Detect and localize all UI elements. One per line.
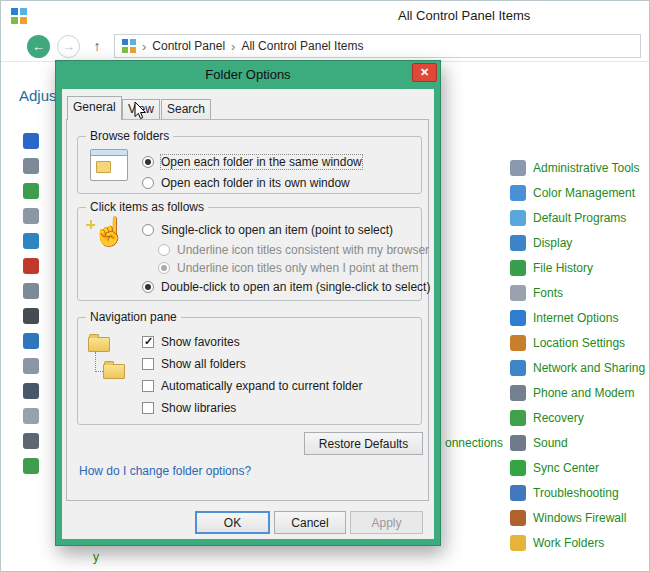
screen: All Control Panel Items ← → ↑ › Control …: [0, 0, 650, 572]
control-panel-item-label: Administrative Tools: [533, 161, 640, 175]
control-panel-item-label: Color Management: [533, 186, 635, 200]
chevron-right-icon: ›: [231, 40, 235, 53]
breadcrumb-all-items[interactable]: All Control Panel Items: [241, 39, 363, 53]
panel-icon[interactable]: [23, 208, 39, 224]
tab-general[interactable]: General: [67, 96, 122, 120]
control-panel-item-label: Recovery: [533, 411, 584, 425]
keyboard-icon[interactable]: [23, 308, 39, 324]
panel-icon[interactable]: [23, 183, 39, 199]
panel-icon[interactable]: [23, 158, 39, 174]
dialog-body: General View Search Browse folders Open …: [62, 89, 434, 539]
panel-icon[interactable]: [23, 408, 39, 424]
close-icon: ✕: [420, 66, 429, 78]
help-link[interactable]: How do I change folder options?: [79, 464, 251, 478]
panel-icon[interactable]: [23, 458, 39, 474]
radio-icon: [142, 224, 154, 236]
control-panel-item[interactable]: Administrative Tools: [510, 159, 640, 177]
control-panel-item-label: Default Programs: [533, 211, 626, 225]
control-panel-item[interactable]: Windows Firewall: [510, 509, 626, 527]
administrative-tools-icon: [510, 160, 526, 176]
close-button[interactable]: ✕: [412, 63, 437, 82]
radio-disabled-icon: [158, 244, 170, 256]
checkbox-show-favorites[interactable]: Show favorites: [142, 334, 240, 350]
control-panel-item[interactable]: Network and Sharing Center: [510, 359, 650, 377]
spark-icon: [86, 220, 95, 229]
window-title: All Control Panel Items: [398, 8, 530, 23]
checkbox-show-all-folders[interactable]: Show all folders: [142, 356, 246, 372]
control-panel-item-label: Display: [533, 236, 572, 250]
work-folders-icon: [510, 535, 526, 551]
control-panel-item-label: Location Settings: [533, 336, 625, 350]
windows-firewall-icon: [510, 510, 526, 526]
panel-icon[interactable]: [23, 283, 39, 299]
radio-open-own-window[interactable]: Open each folder in its own window: [142, 175, 350, 191]
microphone-icon[interactable]: [23, 433, 39, 449]
forward-button[interactable]: →: [57, 35, 80, 58]
partial-item-label[interactable]: onnections: [445, 436, 503, 450]
apply-button[interactable]: Apply: [350, 511, 423, 534]
radio-disabled-selected-icon: [158, 262, 170, 274]
breadcrumb-control-panel[interactable]: Control Panel: [152, 39, 225, 53]
radio-double-click[interactable]: Double-click to open an item (single-cli…: [142, 279, 430, 295]
checkbox-auto-expand[interactable]: Automatically expand to current folder: [142, 378, 362, 394]
file-history-icon: [510, 260, 526, 276]
panel-icon[interactable]: [23, 383, 39, 399]
panel-icon[interactable]: [23, 358, 39, 374]
group-title: Browse folders: [86, 129, 173, 143]
address-bar[interactable]: › Control Panel › All Control Panel Item…: [114, 34, 641, 58]
flag-icon[interactable]: [23, 133, 39, 149]
control-panel-item-label: Troubleshooting: [533, 486, 619, 500]
control-panel-item[interactable]: Internet Options: [510, 309, 618, 327]
control-panel-item-label: Network and Sharing Center: [533, 361, 650, 375]
folder-options-dialog: Folder Options ✕ General View Search Bro…: [55, 60, 441, 546]
chevron-right-icon: ›: [142, 40, 146, 53]
panel-icon[interactable]: [23, 333, 39, 349]
control-panel-item[interactable]: Phone and Modem: [510, 384, 634, 402]
back-arrow-icon: ←: [32, 39, 45, 54]
control-panel-item[interactable]: Troubleshooting: [510, 484, 619, 502]
mouse-cursor: [134, 101, 147, 124]
color-management-icon: [510, 185, 526, 201]
panel-icon[interactable]: [23, 233, 39, 249]
control-panel-item[interactable]: Sound: [510, 434, 568, 452]
control-panel-item[interactable]: Fonts: [510, 284, 563, 302]
radio-open-same-window[interactable]: Open each folder in the same window: [142, 154, 362, 170]
tab-search[interactable]: Search: [161, 99, 211, 120]
back-button[interactable]: ←: [27, 35, 50, 58]
folder-window-icon: [90, 149, 128, 181]
radio-single-click[interactable]: Single-click to open an item (point to s…: [142, 222, 393, 238]
control-panel-item[interactable]: Recovery: [510, 409, 584, 427]
panel-icon[interactable]: [23, 258, 39, 274]
display-icon: [510, 235, 526, 251]
control-panel-item[interactable]: Location Settings: [510, 334, 625, 352]
partial-item-label[interactable]: y: [93, 550, 99, 564]
checkbox-icon: [142, 402, 154, 414]
control-panel-item-label: Internet Options: [533, 311, 618, 325]
checkbox-show-libraries[interactable]: Show libraries: [142, 400, 236, 416]
up-button[interactable]: ↑: [87, 38, 107, 54]
navigation-pane-group: Navigation pane Show favorites Show all …: [77, 317, 422, 425]
title-bar: All Control Panel Items: [1, 1, 649, 31]
ok-button[interactable]: OK: [195, 511, 270, 534]
control-panel-item[interactable]: Sync Center: [510, 459, 599, 477]
restore-defaults-button[interactable]: Restore Defaults: [304, 432, 423, 455]
sound-icon: [510, 435, 526, 451]
control-panel-window-icon: [11, 8, 27, 24]
control-panel-item[interactable]: File History: [510, 259, 593, 277]
radio-underline-on-point: Underline icon titles only when I point …: [158, 260, 418, 276]
location-settings-icon: [510, 335, 526, 351]
control-panel-item-label: Fonts: [533, 286, 563, 300]
fonts-icon: [510, 285, 526, 301]
sync-center-icon: [510, 460, 526, 476]
folder-tree-icon: [86, 334, 132, 386]
click-items-group: Click items as follows Single-click to o…: [77, 207, 422, 301]
control-panel-item[interactable]: Work Folders: [510, 534, 604, 552]
troubleshooting-icon: [510, 485, 526, 501]
cancel-button[interactable]: Cancel: [274, 511, 346, 534]
control-panel-item[interactable]: Default Programs: [510, 209, 626, 227]
radio-underline-consistent: Underline icon titles consistent with my…: [158, 242, 429, 258]
control-panel-item[interactable]: Display: [510, 234, 572, 252]
control-panel-item[interactable]: Color Management: [510, 184, 635, 202]
up-arrow-icon: ↑: [94, 38, 101, 54]
forward-arrow-icon: →: [62, 39, 75, 54]
